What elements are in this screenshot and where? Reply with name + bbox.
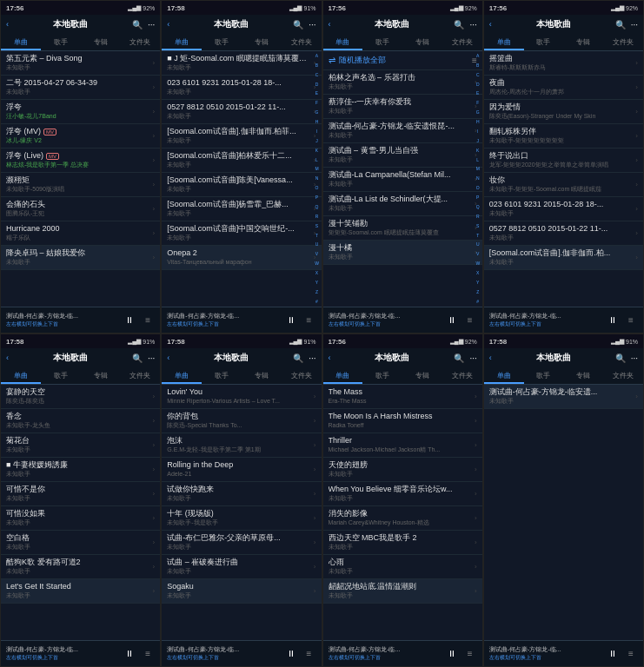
list-item[interactable]: 浮夸 (MV)MV冰儿-缘庆 V2› <box>1 124 160 149</box>
back-button[interactable]: ‹ <box>6 20 9 29</box>
shuffle-row[interactable]: ⇌ 随机播放全部 ≡ <box>323 51 482 70</box>
alpha-N[interactable]: N <box>315 176 319 181</box>
tab-歌手[interactable]: 歌手 <box>41 34 81 50</box>
more-icon[interactable]: ··· <box>469 20 476 30</box>
pause-button[interactable]: ⏸ <box>123 647 136 661</box>
list-item[interactable]: 摇篮曲斯睿特-斯斯斯斯赤马› <box>484 51 643 76</box>
tab-歌手[interactable]: 歌手 <box>524 34 564 50</box>
tab-专辑[interactable]: 专辑 <box>563 367 603 384</box>
list-item[interactable]: Hurricane 2000糯子乐队› <box>1 221 160 246</box>
alpha-H[interactable]: H <box>315 120 319 124</box>
search-icon[interactable]: 🔍 <box>132 353 143 363</box>
alpha-S[interactable]: S <box>476 224 479 228</box>
more-icon[interactable]: ··· <box>631 20 638 30</box>
alpha-J[interactable]: J <box>477 139 480 143</box>
pause-button[interactable]: ⏸ <box>284 647 298 661</box>
alpha-T[interactable]: T <box>476 234 479 238</box>
list-item[interactable]: 测试曲 – 黄雪-男儿当自强未知歌手› <box>323 143 482 168</box>
list-item[interactable]: 宴静的天空陈奕迅-陈奕迅› <box>1 385 160 409</box>
tab-单曲[interactable]: 单曲 <box>323 34 363 50</box>
list-item[interactable]: 酷狗K歌 爱有路可道2未知歌手› <box>1 555 160 579</box>
alpha-P[interactable]: P <box>315 195 318 200</box>
list-item[interactable]: 0527 8812 0510 2015-01-22 11-...未知歌手› <box>162 100 321 124</box>
list-item[interactable]: 龆龆况地站底.温情溢潮则未知歌手› <box>323 579 482 604</box>
alpha-M[interactable]: M <box>476 167 480 171</box>
alpha-N[interactable]: N <box>476 176 480 181</box>
list-item[interactable]: Sogaku未知歌手› <box>162 579 321 604</box>
list-item[interactable]: [Soomal.com试音曲].伽非伽而.柏...未知歌手› <box>484 246 643 270</box>
list-item[interactable]: [Soomal.com试音曲].伽非伽而.柏菲...未知歌手› <box>162 124 321 149</box>
more-icon[interactable]: ··· <box>631 353 638 363</box>
alpha-U[interactable]: U <box>315 242 319 247</box>
list-item[interactable]: 试做你快跑来未知歌手› <box>162 482 321 506</box>
alpha-#[interactable]: # <box>315 300 318 304</box>
list-item[interactable]: 测试曲-La List de Schindler(大提...未知歌手› <box>323 192 482 216</box>
list-item[interactable]: 二号 2015-04-27 06-34-39未知歌手› <box>1 76 160 100</box>
back-button[interactable]: ‹ <box>329 20 331 29</box>
list-item[interactable]: 西边天空 MBC我是歌手 2未知歌手› <box>323 531 482 555</box>
tab-专辑[interactable]: 专辑 <box>81 367 121 384</box>
alpha-W[interactable]: W <box>315 261 319 266</box>
back-button[interactable]: ‹ <box>329 353 331 362</box>
alpha-E[interactable]: E <box>476 91 479 96</box>
alpha-V[interactable]: V <box>476 252 479 256</box>
list-item[interactable]: The MassEra-The Mass› <box>323 385 482 409</box>
alpha-P[interactable]: P <box>476 195 479 200</box>
list-item[interactable]: 023 6101 9231 2015-01-28 18-...未知歌手› <box>162 76 321 100</box>
list-item[interactable]: 翻轧栎株另伴未知歌手-矩矩矩矩矩矩矩矩› <box>484 124 643 149</box>
back-button[interactable]: ‹ <box>167 353 169 362</box>
tab-文件夹[interactable]: 文件夹 <box>442 34 482 50</box>
tab-歌手[interactable]: 歌手 <box>41 367 81 384</box>
tab-专辑[interactable]: 专辑 <box>402 367 442 384</box>
tab-单曲[interactable]: 单曲 <box>1 367 41 384</box>
tab-歌手[interactable]: 歌手 <box>524 367 564 384</box>
tab-文件夹[interactable]: 文件夹 <box>603 34 643 50</box>
search-icon[interactable]: 🔍 <box>293 20 303 30</box>
list-item[interactable]: Let's Get It Started未知歌手› <box>1 579 160 604</box>
alpha-B[interactable]: B <box>315 63 318 68</box>
alpha-B[interactable]: B <box>476 63 479 68</box>
list-item[interactable]: [Soomal.com试音曲]柏林爱乐十二...未知歌手› <box>162 149 321 173</box>
list-item[interactable]: 023 6101 9231 2015-01-28 18-...未知歌手› <box>484 197 643 221</box>
pause-button[interactable]: ⏸ <box>606 647 620 661</box>
list-item[interactable]: 空白格未知歌手› <box>1 531 160 555</box>
list-item[interactable]: 蔡淳佳--一庆幸有你爱我未知歌手› <box>323 95 482 119</box>
list-item[interactable]: 柏林之声名选 – 乐器打击未知歌手› <box>323 70 482 95</box>
alpha-S[interactable]: S <box>315 224 318 228</box>
alpha-K[interactable]: K <box>476 149 479 153</box>
back-button[interactable]: ‹ <box>489 353 492 362</box>
tab-单曲[interactable]: 单曲 <box>484 34 524 50</box>
list-item[interactable]: Onepa 2Vitas-Танцевальный марафон› <box>162 246 321 270</box>
tab-文件夹[interactable]: 文件夹 <box>603 367 643 384</box>
alpha-X[interactable]: X <box>476 271 479 275</box>
tab-单曲[interactable]: 单曲 <box>162 34 202 50</box>
alpha-Z[interactable]: Z <box>476 290 479 294</box>
search-icon[interactable]: 🔍 <box>293 353 303 363</box>
list-item[interactable]: Rolling in the DeepAdele-21› <box>162 458 321 482</box>
tab-文件夹[interactable]: 文件夹 <box>120 34 160 50</box>
alpha-C[interactable]: C <box>315 73 319 77</box>
tab-歌手[interactable]: 歌手 <box>362 34 402 50</box>
playlist-button[interactable]: ≡ <box>302 314 316 327</box>
list-item[interactable]: [Soomal.com试音曲]中国交响世纪-...未知歌手› <box>162 221 321 246</box>
pause-button[interactable]: ⏸ <box>284 314 298 327</box>
list-item[interactable]: 因为爱情陈奕迅(Eason)-Stranger Under My Skin› <box>484 100 643 124</box>
more-icon[interactable]: ··· <box>469 353 476 363</box>
alpha-R[interactable]: R <box>476 215 480 219</box>
alpha-T[interactable]: T <box>315 234 318 238</box>
tab-单曲[interactable]: 单曲 <box>484 367 524 384</box>
playlist-button[interactable]: ≡ <box>624 314 638 327</box>
alpha-G[interactable]: G <box>315 110 319 115</box>
playlist-button[interactable]: ≡ <box>141 314 155 327</box>
list-item[interactable]: 浮夸汪小敏-花儿7Band› <box>1 100 160 124</box>
search-icon[interactable]: 🔍 <box>615 353 626 363</box>
playlist-button[interactable]: ≡ <box>463 647 477 661</box>
alpha-Z[interactable]: Z <box>315 290 318 294</box>
alpha-C[interactable]: C <box>476 73 480 77</box>
search-icon[interactable]: 🔍 <box>454 353 464 363</box>
alpha-X[interactable]: X <box>315 271 318 275</box>
alpha-H[interactable]: H <box>476 120 480 124</box>
list-item[interactable]: 天使的翅膀未知歌手› <box>323 458 482 482</box>
tab-专辑[interactable]: 专辑 <box>402 34 442 50</box>
alpha-E[interactable]: E <box>315 91 318 96</box>
